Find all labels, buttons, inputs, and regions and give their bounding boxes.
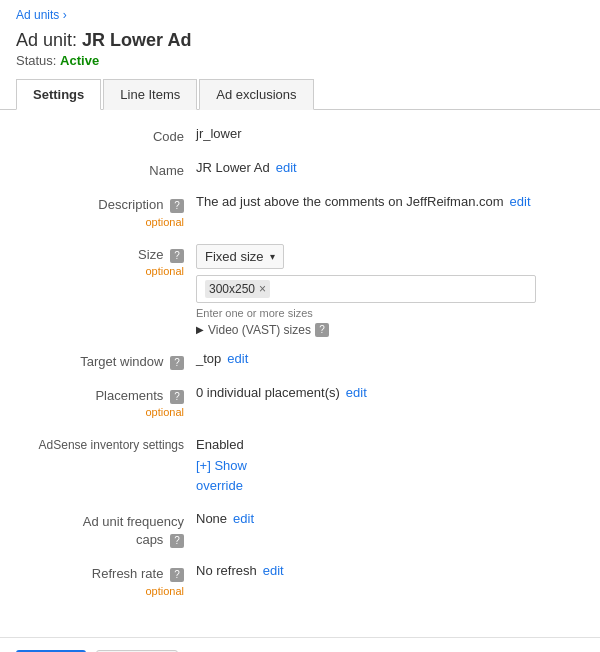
status-badge: Active [60,53,99,68]
refresh-optional: optional [16,584,184,599]
placements-edit-link[interactable]: edit [346,385,367,400]
help-icon-placements[interactable]: ? [170,390,184,404]
status-line: Status: Active [16,53,584,68]
description-edit-link[interactable]: edit [510,194,531,209]
size-label: Size ? optional [16,244,196,280]
refresh-label: Refresh rate ? optional [16,563,196,599]
triangle-icon: ▶ [196,324,204,335]
adsense-label: AdSense inventory settings [16,435,196,454]
settings-form: Code jr_lower Name JR Lower Ad edit Desc… [0,110,600,629]
breadcrumb: Ad units › [0,0,600,26]
target-window-row: Target window ? _top edit [0,351,600,371]
help-icon-frequency[interactable]: ? [170,534,184,548]
size-input-box[interactable]: 300x250 × [196,275,536,303]
name-edit-link[interactable]: edit [276,160,297,175]
help-icon-size[interactable]: ? [170,249,184,263]
code-value: jr_lower [196,126,584,141]
target-window-edit-link[interactable]: edit [227,351,248,366]
adsense-show-link[interactable]: [+] Show [196,456,247,477]
description-optional: optional [16,215,184,230]
placements-row: Placements ? optional 0 individual place… [0,385,600,421]
frequency-value-area: None edit [196,511,584,526]
size-value-area: Fixed size ▾ 300x250 × Enter one or more… [196,244,584,337]
target-window-value: _top [196,351,221,366]
name-value: JR Lower Ad [196,160,270,175]
placements-value: 0 individual placement(s) [196,385,340,400]
description-value: The ad just above the comments on JeffRe… [196,194,504,209]
adsense-enabled: Enabled [196,437,244,452]
frequency-label: Ad unit frequency caps ? [16,511,196,549]
size-hint: Enter one or more sizes [196,307,584,319]
dropdown-arrow-icon: ▾ [270,251,275,262]
help-icon-target[interactable]: ? [170,356,184,370]
help-icon-description[interactable]: ? [170,199,184,213]
adsense-override-link[interactable]: override [196,476,247,497]
placements-label: Placements ? optional [16,385,196,421]
frequency-row: Ad unit frequency caps ? None edit [0,511,600,549]
help-icon-refresh[interactable]: ? [170,568,184,582]
tab-settings[interactable]: Settings [16,79,101,110]
tab-ad-exclusions[interactable]: Ad exclusions [199,79,313,110]
target-window-value-area: _top edit [196,351,584,366]
page-title: Ad unit: JR Lower Ad [16,30,584,51]
video-vast-row[interactable]: ▶ Video (VAST) sizes ? [196,323,584,337]
tab-line-items[interactable]: Line Items [103,79,197,110]
refresh-row: Refresh rate ? optional No refresh edit [0,563,600,599]
size-tag-remove[interactable]: × [259,282,266,296]
refresh-value-area: No refresh edit [196,563,584,578]
breadcrumb-link[interactable]: Ad units [16,8,59,22]
size-dropdown[interactable]: Fixed size ▾ [196,244,284,269]
target-window-label: Target window ? [16,351,196,371]
size-tag: 300x250 × [205,280,270,298]
help-icon-vast[interactable]: ? [315,323,329,337]
name-row: Name JR Lower Ad edit [0,160,600,180]
code-label: Code [16,126,196,146]
frequency-value: None [196,511,227,526]
name-label: Name [16,160,196,180]
description-row: Description ? optional The ad just above… [0,194,600,230]
refresh-edit-link[interactable]: edit [263,563,284,578]
placements-optional: optional [16,405,184,420]
size-row: Size ? optional Fixed size ▾ 300x250 × [0,244,600,337]
size-optional: optional [16,264,184,279]
refresh-value: No refresh [196,563,257,578]
frequency-edit-link[interactable]: edit [233,511,254,526]
description-value-area: The ad just above the comments on JeffRe… [196,194,584,209]
name-value-area: JR Lower Ad edit [196,160,584,175]
breadcrumb-sep: › [63,8,67,22]
tab-bar: Settings Line Items Ad exclusions [0,78,600,110]
adsense-value-area: Enabled [+] Show override [196,435,584,497]
adsense-value-block: Enabled [+] Show override [196,435,247,497]
code-row: Code jr_lower [0,126,600,146]
footer-buttons: Save Cancel [0,637,600,652]
placements-value-area: 0 individual placement(s) edit [196,385,584,400]
description-label: Description ? optional [16,194,196,230]
adsense-row: AdSense inventory settings Enabled [+] S… [0,435,600,497]
size-input-container: 300x250 × Enter one or more sizes ▶ Vide… [196,275,584,337]
